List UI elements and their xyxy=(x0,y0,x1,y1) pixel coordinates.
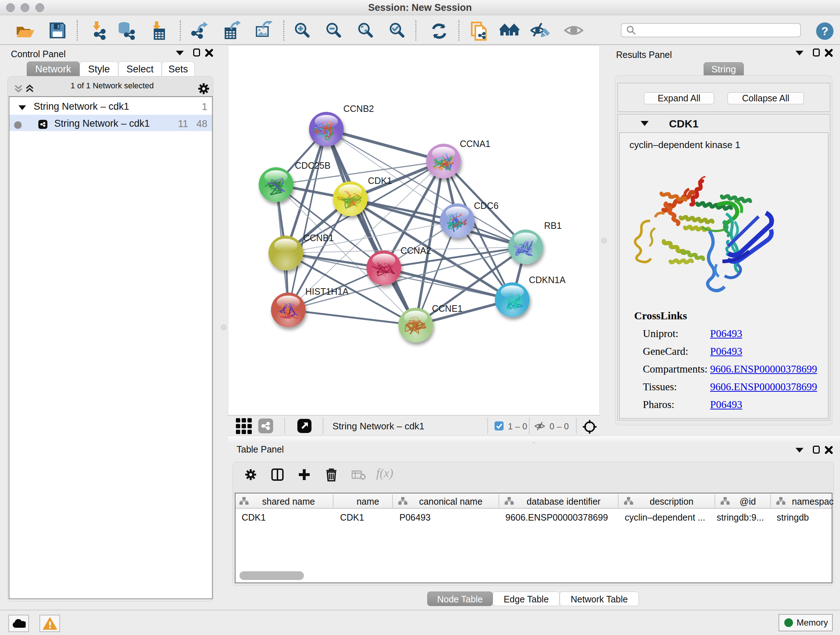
svg-text:?: ? xyxy=(821,25,829,38)
svg-text:CCNA1: CCNA1 xyxy=(460,139,491,149)
svg-text:RB1: RB1 xyxy=(544,220,562,231)
svg-text:CCNA2: CCNA2 xyxy=(401,245,431,256)
svg-text:CDKN1A: CDKN1A xyxy=(529,275,566,285)
svg-text:CDK1: CDK1 xyxy=(368,176,392,186)
svg-text:HIST1H1A: HIST1H1A xyxy=(305,287,349,296)
svg-text:CDC25B: CDC25B xyxy=(295,160,331,171)
svg-text:CCNB2: CCNB2 xyxy=(343,103,374,114)
svg-text:CCNE1: CCNE1 xyxy=(432,303,463,314)
svg-text:CCNB1: CCNB1 xyxy=(303,233,334,243)
svg-text:CDC6: CDC6 xyxy=(474,201,499,211)
